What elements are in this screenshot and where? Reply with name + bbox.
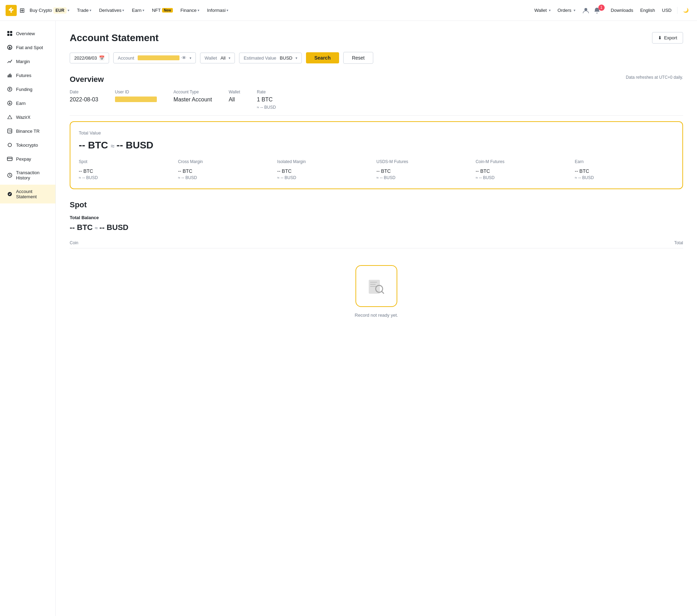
sidebar-label-futures: Futures (16, 73, 31, 78)
reset-button[interactable]: Reset (343, 52, 374, 64)
logo[interactable] (6, 5, 17, 16)
breakdown-spot-label: Spot (79, 159, 178, 164)
nav-trade[interactable]: Trade ▾ (74, 0, 95, 21)
svg-rect-5 (10, 34, 12, 36)
meta-wallet-label: Wallet (229, 90, 240, 94)
nav-wallet[interactable]: Wallet ▾ (531, 0, 553, 21)
th-total: Total (613, 240, 683, 245)
overview-title: Overview (70, 75, 104, 84)
nav-theme-toggle[interactable]: 🌙 (680, 0, 691, 21)
date-picker[interactable]: 2022/08/03 📅 (70, 53, 109, 63)
svg-rect-9 (11, 75, 12, 77)
transaction-history-icon (7, 172, 13, 178)
meta-rate-value: 1 BTC (257, 97, 276, 103)
breakdown-isolated-margin-label: Isolated Margin (277, 159, 376, 164)
estimated-label: Estimated Value (244, 55, 276, 61)
nav-nft[interactable]: NFT New (148, 0, 176, 21)
sidebar-label-account-statement: Account Statement (16, 189, 48, 199)
sidebar-label-tokocrypto: Tokocrypto (16, 143, 38, 148)
search-button[interactable]: Search (306, 52, 339, 63)
svg-rect-6 (8, 75, 8, 77)
nav-downloads[interactable]: Downloads (608, 0, 636, 21)
spot-section-title: Spot (70, 200, 683, 209)
sidebar-item-futures[interactable]: Futures (0, 68, 55, 82)
breakdown-isolated-margin: Isolated Margin -- BTC ≈ -- BUSD (277, 159, 376, 180)
sidebar-item-funding[interactable]: Funding (0, 82, 55, 96)
export-label: Export (664, 35, 677, 40)
eye-icon[interactable]: 👁 (182, 55, 186, 61)
nav-orders[interactable]: Orders ▾ (555, 0, 578, 21)
export-button[interactable]: ⬇ Export (652, 32, 683, 44)
sidebar-item-earn[interactable]: Earn (0, 96, 55, 110)
sidebar-item-margin[interactable]: Margin (0, 54, 55, 68)
total-value-amount: -- BTC ≈ -- BUSD (79, 140, 674, 151)
total-approx-symbol: ≈ (111, 142, 117, 150)
meta-userid-masked (115, 97, 157, 102)
svg-rect-8 (10, 74, 10, 77)
sidebar-item-overview[interactable]: Overview (0, 26, 55, 40)
sidebar-item-transaction-history[interactable]: Transaction History (0, 166, 55, 185)
sidebar-label-wazirx: WazirX (16, 115, 30, 120)
breakdown-usds-futures-label: USDS-M Futures (376, 159, 476, 164)
nav-buy-crypto[interactable]: Buy Crypto EUR ▾ (26, 0, 73, 21)
overview-icon (7, 31, 13, 36)
sidebar-item-fiat-spot[interactable]: Fiat and Spot (0, 40, 55, 54)
sidebar-item-pexpay[interactable]: Pexpay (0, 152, 55, 166)
sidebar-item-binance-tr[interactable]: TR Binance TR (0, 124, 55, 138)
fiat-spot-icon (7, 45, 13, 50)
notification-bell[interactable]: 1 (593, 7, 607, 14)
nav-finance[interactable]: Finance ▾ (177, 0, 203, 21)
total-busd: -- BUSD (116, 140, 153, 151)
wallet-chevron-icon: ▾ (229, 56, 230, 60)
sidebar-item-account-statement[interactable]: Account Statement (0, 185, 55, 203)
nav-derivatives[interactable]: Derivatives ▾ (95, 0, 128, 21)
grid-menu-icon[interactable]: ⊞ (20, 7, 25, 14)
nav-links: Buy Crypto EUR ▾ Trade ▾ Derivatives ▾ E… (26, 0, 531, 21)
sidebar-item-tokocrypto[interactable]: Tokocrypto (0, 138, 55, 152)
nav-language[interactable]: English (637, 0, 658, 21)
total-value-label: Total Value (79, 130, 674, 136)
sidebar-label-earn: Earn (16, 101, 25, 106)
sidebar-label-pexpay: Pexpay (16, 156, 31, 162)
sidebar-item-wazirx[interactable]: WazirX (0, 110, 55, 124)
total-value-card: Total Value -- BTC ≈ -- BUSD Spot -- BTC… (70, 121, 683, 189)
nav-earn[interactable]: Earn ▾ (128, 0, 147, 21)
breakdown-usds-futures-busd: ≈ -- BUSD (376, 175, 476, 180)
date-value: 2022/08/03 (74, 55, 97, 61)
wallet-value: All (221, 55, 225, 61)
nav-currency-usd[interactable]: USD (659, 0, 674, 21)
meta-wallet: Wallet All (229, 90, 240, 110)
navbar-right: Wallet ▾ Orders ▾ 1 Downloads English US… (531, 0, 691, 21)
navbar: ⊞ Buy Crypto EUR ▾ Trade ▾ Derivatives ▾… (0, 0, 697, 21)
wallet-selector[interactable]: Wallet All ▾ (200, 53, 235, 63)
overview-section: Overview Data refreshes at UTC+0 daily. … (70, 75, 683, 116)
nav-profile[interactable] (580, 0, 592, 21)
account-selector[interactable]: Account 👁 ▾ (113, 52, 196, 63)
breakdown-isolated-margin-btc: -- BTC (277, 168, 376, 174)
layout: Overview Fiat and Spot Margin Futures Fu… (0, 21, 697, 616)
th-coin: Coin (70, 240, 613, 245)
main-content: Account Statement ⬇ Export 2022/08/03 📅 … (56, 21, 697, 616)
calendar-icon: 📅 (99, 55, 105, 61)
wallet-label: Wallet (205, 55, 217, 61)
wazirx-icon (7, 114, 13, 120)
breakdown-grid: Spot -- BTC ≈ -- BUSD Cross Margin -- BT… (79, 159, 674, 180)
meta-account-type: Account Type Master Account (174, 90, 212, 110)
estimated-currency: BUSD (280, 55, 292, 61)
breakdown-spot-busd: ≈ -- BUSD (79, 175, 178, 180)
page-title: Account Statement (70, 32, 159, 44)
svg-rect-4 (7, 34, 9, 36)
breakdown-earn-btc: -- BTC (575, 168, 674, 174)
sidebar-label-fiat-spot: Fiat and Spot (16, 45, 43, 50)
estimated-value-selector[interactable]: Estimated Value BUSD ▾ (239, 53, 302, 63)
total-btc: -- BTC (79, 140, 108, 151)
breakdown-earn-label: Earn (575, 159, 674, 164)
nav-informasi[interactable]: Informasi ▾ (204, 0, 232, 21)
breakdown-isolated-margin-busd: ≈ -- BUSD (277, 175, 376, 180)
svg-point-14 (8, 143, 12, 147)
meta-date: Date 2022-08-03 (70, 90, 98, 110)
sidebar-label-overview: Overview (16, 31, 35, 36)
svg-rect-3 (10, 31, 12, 33)
sidebar-label-funding: Funding (16, 87, 32, 92)
meta-userid: User ID (115, 90, 157, 110)
